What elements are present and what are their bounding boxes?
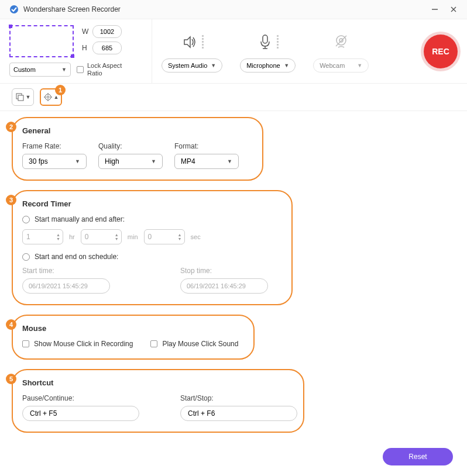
seconds-stepper[interactable]: 0▲▼ [144, 229, 185, 244]
start-schedule-radio[interactable] [22, 253, 30, 261]
minutes-stepper[interactable]: 0▲▼ [81, 229, 122, 244]
region-preset-select[interactable]: Custom ▼ [9, 63, 71, 77]
section-mouse: 4 Mouse Show Mouse Click in Recording Pl… [12, 315, 455, 360]
start-manual-label: Start manually and end after: [35, 215, 125, 223]
start-time-input[interactable]: 06/19/2021 15:45:29 [22, 278, 110, 294]
chevron-down-icon: ▼ [211, 63, 216, 68]
main-toolbar: W H Custom ▼ Lock Aspect Ratio [0, 19, 467, 84]
start-shortcut-input[interactable]: Ctrl + F6 [180, 406, 297, 421]
capture-region-preview[interactable] [9, 25, 74, 57]
chevron-down-icon: ▼ [26, 94, 31, 100]
start-manual-radio[interactable] [22, 216, 30, 223]
chevron-up-icon: ▲ [54, 94, 59, 100]
svg-point-0 [10, 5, 18, 13]
quality-label: Quality: [98, 142, 163, 150]
chevron-down-icon: ▼ [151, 158, 156, 164]
webcam-disabled-icon [332, 33, 350, 51]
section-title-mouse: Mouse [22, 324, 244, 333]
section-title-shortcut: Shortcut [22, 378, 294, 387]
webcam-select[interactable]: Webcam ▼ [313, 58, 369, 73]
width-label: W [82, 27, 89, 36]
section-title-timer: Record Timer [22, 199, 282, 208]
height-input[interactable] [92, 42, 122, 54]
reset-button[interactable]: Reset [383, 448, 453, 465]
section-general: 2 General Frame Rate: 30 fps▼ Quality: H… [12, 117, 455, 181]
svg-rect-4 [263, 35, 267, 43]
callout-1: 1 [55, 85, 66, 95]
section-title-general: General [22, 126, 253, 135]
lock-aspect-label: Lock Aspect Ratio [87, 62, 128, 77]
svg-point-13 [47, 96, 49, 98]
stop-time-input[interactable]: 06/19/2021 16:45:29 [180, 278, 268, 294]
minimize-button[interactable] [431, 5, 439, 13]
chevron-down-icon: ▼ [284, 63, 289, 68]
minutes-unit: min [128, 233, 138, 240]
format-label: Format: [174, 142, 239, 150]
titlebar: Wondershare Screen Recorder [0, 0, 467, 19]
quality-select[interactable]: High▼ [98, 154, 163, 169]
frame-rate-label: Frame Rate: [22, 142, 87, 150]
section-record-timer: 3 Record Timer Start manually and end af… [12, 190, 455, 305]
microphone-icon [257, 33, 273, 51]
mic-level-icon [277, 35, 279, 49]
start-shortcut-label: Start/Stop: [180, 394, 297, 402]
pause-shortcut-label: Pause/Continue: [22, 394, 139, 402]
settings-panel: 2 General Frame Rate: 30 fps▼ Quality: H… [0, 111, 467, 476]
svg-rect-11 [18, 95, 23, 101]
hours-unit: hr [69, 233, 75, 240]
audio-level-icon [202, 35, 204, 49]
format-select[interactable]: MP4▼ [174, 154, 239, 169]
stop-time-label: Stop time: [180, 267, 268, 275]
hours-stepper[interactable]: 1▲▼ [22, 229, 63, 244]
section-shortcut: 5 Shortcut Pause/Continue: Ctrl + F5 Sta… [12, 369, 455, 433]
system-audio-select[interactable]: System Audio ▼ [162, 58, 222, 73]
height-label: H [82, 44, 89, 52]
speaker-icon [181, 33, 198, 51]
click-sound-label: Play Mouse Click Sound [162, 340, 238, 348]
microphone-select[interactable]: Microphone ▼ [240, 58, 296, 73]
start-schedule-label: Start and end on schedule: [35, 253, 118, 261]
start-time-label: Start time: [22, 267, 110, 275]
seconds-unit: sec [191, 233, 201, 240]
settings-menu-button[interactable]: ▲ 1 [40, 88, 62, 106]
chevron-down-icon: ▼ [61, 67, 67, 73]
svg-point-12 [45, 94, 51, 100]
window-title: Wondershare Screen Recorder [23, 5, 121, 13]
show-click-checkbox[interactable] [22, 340, 29, 347]
chevron-down-icon: ▼ [75, 158, 80, 164]
frame-rate-select[interactable]: 30 fps▼ [22, 154, 87, 169]
app-logo-icon [9, 5, 19, 14]
chevron-down-icon: ▼ [357, 63, 362, 68]
click-sound-checkbox[interactable] [150, 340, 157, 347]
region-preset-value: Custom [13, 66, 36, 73]
sub-toolbar: ▼ ▲ 1 [0, 84, 467, 111]
record-button[interactable]: REC [424, 35, 458, 68]
export-menu-button[interactable]: ▼ [12, 88, 34, 106]
width-input[interactable] [92, 25, 122, 38]
close-button[interactable] [449, 5, 458, 13]
chevron-down-icon: ▼ [227, 158, 232, 164]
lock-aspect-checkbox[interactable] [77, 66, 84, 73]
pause-shortcut-input[interactable]: Ctrl + F5 [22, 406, 139, 421]
show-click-label: Show Mouse Click in Recording [34, 340, 133, 348]
